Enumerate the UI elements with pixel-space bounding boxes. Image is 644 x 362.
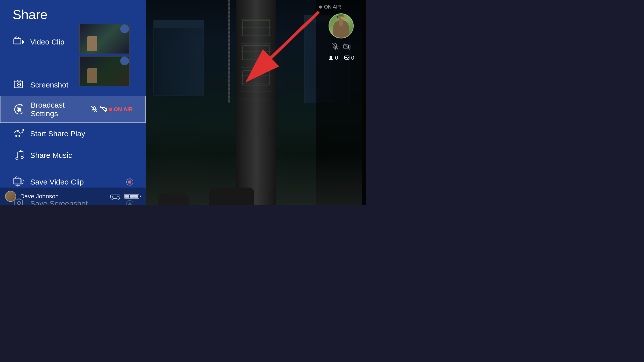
on-air-badge: ON AIR [109,106,133,113]
music-icon [13,149,25,162]
panel-camera-off-icon [343,42,351,51]
broadcast-icon [13,103,26,116]
battery-cell-1 [125,195,129,198]
viewer-icon [328,55,334,61]
video-clip-icon [13,36,25,48]
battery-tip [140,196,141,197]
menu-item-broadcast-settings[interactable]: Broadcast Settings ON AIR [0,96,146,123]
svg-rect-17 [14,178,21,184]
camera-off-icon [100,106,107,113]
svg-marker-18 [22,179,24,184]
svg-point-28 [118,196,119,197]
heart-icon [344,55,350,61]
svg-point-13 [17,130,19,132]
panel-mic-off-icon [331,42,339,51]
page-title: Share [0,0,146,26]
save-video-icon [13,176,25,188]
ground-rocks [146,175,362,205]
on-air-header: ON AIR [319,4,341,10]
menu-item-share-music[interactable]: Share Music [0,145,146,166]
user-bar: Dave Johnson [0,188,146,205]
svg-line-9 [100,106,106,112]
svg-rect-0 [14,39,21,44]
stats-row: 0 0 [328,55,354,61]
mic-off-icon [91,106,98,113]
scene-pillar [236,0,276,205]
svg-point-35 [330,56,332,58]
game-area: ON AIR [146,0,366,205]
screenshot-label: Screenshot [30,81,133,89]
bird-beak [341,17,344,19]
svg-marker-1 [22,39,24,44]
menu-item-screenshot[interactable]: Screenshot [0,74,146,96]
svg-line-32 [344,43,350,50]
menu-item-video-clip[interactable]: Video Clip [0,31,146,53]
controller-icon [110,193,120,200]
battery-indicator [124,194,141,199]
on-air-dot [109,108,112,111]
svg-point-5 [18,108,21,111]
square-icon [128,180,131,184]
svg-line-14 [18,151,23,152]
broadcast-settings-label: Broadcast Settings [31,101,91,118]
control-icons [331,42,351,51]
broadcast-badges: ON AIR [91,106,133,113]
sidebar: Share Video Clip [0,0,146,205]
save-video-clip-label: Save Video Clip [30,178,126,186]
user-avatar [5,191,16,202]
scene-wall-left [153,20,204,96]
share-play-icon [13,127,25,140]
streamer-avatar [329,13,354,38]
on-air-status-label: ON AIR [324,4,341,10]
svg-point-27 [117,196,118,197]
viewer-count-number: 0 [335,55,338,61]
video-clip-label: Video Clip [30,38,133,46]
heart-count-number: 0 [351,55,354,61]
screenshot-icon [13,79,25,91]
svg-point-4 [18,84,19,85]
svg-point-15 [16,157,18,159]
battery-cell-3 [134,195,138,198]
viewer-count: 0 [328,55,338,61]
svg-marker-11 [105,108,107,111]
menu-item-share-play[interactable]: Start Share Play [0,123,146,145]
svg-point-12 [22,129,24,131]
on-air-status-dot [319,6,322,9]
battery-cell-2 [130,195,134,198]
chain-left [228,0,230,103]
share-music-label: Share Music [30,151,133,160]
svg-point-16 [21,156,23,159]
user-name: Dave Johnson [20,193,106,200]
svg-marker-34 [348,45,350,48]
share-play-label: Start Share Play [30,129,133,138]
on-air-label: ON AIR [114,106,133,113]
square-button [126,178,133,186]
bird-eye [337,16,338,18]
heart-count: 0 [344,55,354,61]
